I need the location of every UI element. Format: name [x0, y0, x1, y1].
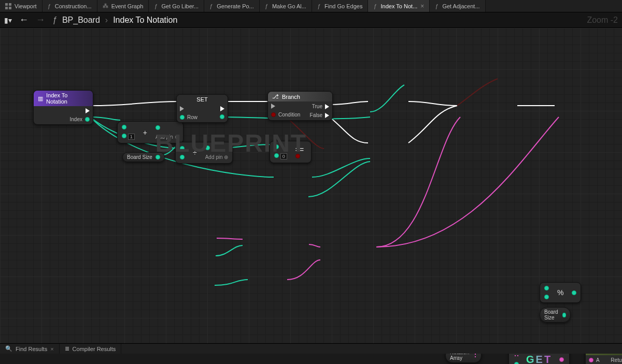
graph-toolbar: ▮▾ ← → ƒ BP_Board › Index To Notation Zo…	[0, 12, 622, 28]
pin-in-a[interactable]	[544, 286, 549, 290]
add-pin-button[interactable]: Add pin	[156, 134, 179, 140]
event-icon: ⁂	[103, 3, 108, 9]
tab-label: Construction...	[55, 3, 92, 9]
tab-find-results[interactable]: 🔍 Find Results ×	[0, 344, 60, 354]
function-icon	[373, 3, 377, 9]
tab-label: Get Go Liber...	[162, 3, 199, 9]
tab-label: Index To Not...	[381, 3, 418, 9]
tab-get-adjacent[interactable]: Get Adjacent...	[430, 0, 485, 12]
close-icon[interactable]: ×	[50, 346, 53, 352]
get-label: GET	[526, 354, 552, 365]
pin-return-value[interactable]: Return Value	[611, 357, 622, 363]
pin-out[interactable]	[205, 145, 210, 150]
tab-label: Event Graph	[111, 3, 144, 9]
tab-label: Make Go Al...	[272, 3, 306, 9]
node-title: ⎇ Branch	[268, 92, 332, 101]
function-icon	[209, 3, 214, 9]
toggle-panel-icon[interactable]: ▮▾	[4, 16, 12, 24]
tab-find-go-edges[interactable]: Find Go Edges	[312, 0, 369, 12]
tab-make-go-al[interactable]: Make Go Al...	[260, 0, 312, 12]
pin-out[interactable]	[156, 155, 160, 159]
function-icon	[48, 3, 52, 9]
exec-in-pin[interactable]	[180, 106, 197, 111]
function-icon	[154, 3, 158, 9]
chevron-right-icon: ›	[105, 16, 108, 25]
divide-icon: ÷	[190, 149, 200, 157]
tab-index-to-notation[interactable]: Index To Not... ×	[368, 0, 430, 12]
function-icon	[265, 3, 269, 9]
tab-label: Viewport	[15, 3, 37, 9]
pin-index-out[interactable]: Index	[70, 117, 90, 122]
exec-out-pin[interactable]	[86, 108, 90, 113]
percent-icon: %	[554, 288, 567, 297]
grid-icon	[5, 3, 11, 9]
tab-event-graph[interactable]: ⁂ Event Graph	[97, 0, 149, 12]
tab-generate-po[interactable]: Generate Po...	[204, 0, 260, 12]
pin-value-out[interactable]	[559, 357, 564, 362]
pin-condition[interactable]: Condition	[271, 112, 300, 118]
function-icon: ƒ	[52, 16, 57, 25]
pin-out[interactable]	[156, 125, 160, 130]
node-branch[interactable]: ⎇ Branch Condition True False	[267, 91, 333, 121]
exec-false-pin[interactable]: False	[310, 112, 329, 118]
pin-out[interactable]	[562, 313, 566, 317]
tab-label: Get Adjacent...	[442, 3, 479, 9]
tab-construction[interactable]: Construction...	[43, 0, 97, 12]
pin-row-out[interactable]	[220, 114, 224, 119]
bottom-tab-bar: 🔍 Find Results × ≣ Compiler Results	[0, 343, 622, 354]
function-entry-icon: ▥	[38, 95, 43, 102]
add-pin-button[interactable]: Add pin	[205, 154, 229, 160]
pin-in-const[interactable]: 1	[122, 134, 135, 140]
close-icon[interactable]: ×	[420, 3, 424, 10]
pin-in-a[interactable]	[274, 144, 279, 149]
zoom-indicator: Zoom -2	[587, 16, 618, 25]
tab-get-go-liber[interactable]: Get Go Liber...	[149, 0, 204, 12]
node-function-entry[interactable]: ▥ Index To Notation Index	[33, 90, 93, 125]
exec-in-pin[interactable]	[271, 104, 300, 109]
pin-a[interactable]: A	[589, 357, 600, 363]
breadcrumb-function[interactable]: Index To Notation	[113, 16, 177, 25]
node-add-op[interactable]: 1 + Add pin	[117, 121, 183, 143]
nav-back-button[interactable]: ←	[19, 14, 29, 25]
pin-out-bool[interactable]	[295, 154, 300, 158]
wires-layer	[0, 28, 622, 354]
function-icon	[435, 3, 439, 9]
node-modulo-op[interactable]: %	[540, 282, 581, 303]
exec-out-pin[interactable]	[220, 106, 224, 111]
function-icon	[317, 3, 321, 9]
pin-in-b[interactable]	[544, 295, 549, 299]
tab-label: Find Go Edges	[324, 3, 362, 9]
list-icon: ≣	[65, 345, 69, 352]
graph-canvas[interactable]: ▥ Index To Notation Index 1 + Add pin	[0, 28, 622, 354]
pin-index-in[interactable]	[514, 362, 519, 364]
pin-in-const[interactable]: 0	[274, 153, 287, 159]
node-title: ▥ Index To Notation	[34, 91, 93, 106]
pin-out[interactable]	[572, 290, 576, 295]
exec-true-pin[interactable]: True	[312, 104, 329, 109]
node-set-row[interactable]: SET Row	[176, 94, 228, 123]
tab-label: Generate Po...	[217, 3, 254, 9]
node-divide-op[interactable]: ÷ Add pin	[175, 142, 233, 164]
node-title: SET	[177, 95, 228, 104]
nav-forward-button[interactable]: →	[36, 14, 45, 25]
node-equals-op[interactable]: 0 == % Board Size Board Size SET	[270, 141, 312, 163]
plus-icon: +	[140, 128, 150, 137]
var-board-size-b[interactable]: Board Size	[540, 307, 571, 323]
pin-row-in[interactable]: Row	[180, 114, 197, 120]
breadcrumb: ƒ BP_Board › Index To Notation	[52, 16, 177, 25]
branch-icon: ⎇	[272, 93, 279, 100]
tab-viewport[interactable]: Viewport	[0, 0, 43, 12]
pin-in-b[interactable]	[180, 155, 185, 159]
pin-in[interactable]	[122, 125, 126, 129]
pin-in-a[interactable]	[180, 146, 185, 151]
search-icon: 🔍	[5, 345, 12, 352]
top-tab-bar: Viewport Construction... ⁂ Event Graph G…	[0, 0, 622, 12]
breadcrumb-blueprint[interactable]: BP_Board	[62, 16, 100, 25]
tab-compiler-results[interactable]: ≣ Compiler Results	[60, 344, 122, 354]
equals-icon: ==	[292, 145, 307, 158]
var-board-size[interactable]: Board Size	[122, 152, 165, 162]
